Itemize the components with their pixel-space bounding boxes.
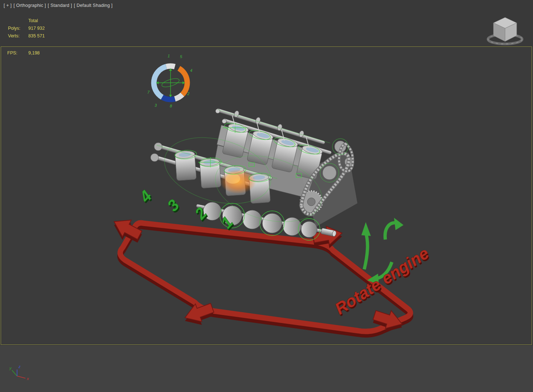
viewport-menu-pov[interactable]: [ Orthographic ] — [13, 3, 46, 8]
scene-canvas: 4 4 3 3 2 2 1 1 Rotate engine Rotate eng… — [0, 0, 533, 392]
combustion-glow-core — [226, 173, 240, 184]
wheel-number-3: 3 — [155, 103, 157, 107]
engine-model[interactable] — [151, 108, 357, 240]
green-arrow-up-head[interactable] — [361, 222, 371, 236]
wheel-segment-white-top[interactable] — [166, 66, 175, 67]
wheel-number-4: 4 — [190, 68, 192, 73]
viewport-menu-general[interactable]: [ + ] — [4, 3, 12, 8]
green-arrow-hook-shaft[interactable] — [385, 223, 396, 240]
wheel-number-5: 5 — [180, 54, 183, 59]
viewcube[interactable] — [488, 17, 522, 44]
timing-gear — [323, 166, 336, 180]
fps-label: FPS: — [7, 50, 28, 56]
world-axis-tripod: x y z — [9, 364, 29, 381]
camshaft-end-2 — [222, 119, 226, 123]
stats-verts-value: 835 571 — [28, 33, 45, 38]
axis-x-label: x — [26, 376, 29, 381]
wheel-segment-white-bottom[interactable] — [175, 95, 183, 99]
green-arrow-hook-head[interactable] — [394, 218, 403, 230]
viewport-window: [ + ][ Orthographic ][ Standard ][ Defau… — [0, 0, 533, 392]
rotate-engine-label[interactable]: Rotate engine Rotate engine — [332, 244, 433, 320]
stats-verts-label: Verts: — [8, 33, 28, 38]
statistics-overlay: Total Polys: 917 932 Verts: 835 571 — [8, 18, 45, 38]
crank-counterweight — [262, 213, 282, 233]
camshaft-end-1 — [216, 109, 220, 113]
wheel-segment-orange[interactable] — [179, 68, 187, 94]
wheel-number-2: 2 — [187, 91, 189, 96]
wheel-segment-navy[interactable] — [162, 97, 175, 99]
stats-spacer — [8, 18, 28, 23]
stats-total-header: Total — [28, 18, 45, 23]
stats-polys-value: 917 932 — [28, 26, 45, 31]
wheel-number-1: 1 — [168, 54, 170, 58]
axis-x-line — [17, 376, 25, 378]
timing-gear-hub — [307, 198, 315, 206]
fps-value: 9,198 — [28, 50, 40, 56]
cam-sprocket-2 — [151, 154, 159, 162]
crank-counterweight — [301, 221, 317, 237]
axis-y-line — [12, 370, 17, 376]
viewport-menu-style[interactable]: [ Standard ] — [48, 3, 72, 8]
stats-polys-label: Polys: — [8, 26, 28, 31]
viewport-menu-shading[interactable]: [ Default Shading ] — [74, 3, 113, 8]
rotate-engine-text[interactable]: Rotate engine — [332, 244, 432, 318]
wheel-number-8: 8 — [170, 104, 172, 108]
viewport-label: [ + ][ Orthographic ][ Standard ][ Defau… — [4, 3, 114, 8]
axis-y-label: y — [9, 366, 12, 370]
cylinder — [175, 150, 196, 181]
fps-overlay: FPS: 9,198 — [7, 50, 40, 56]
steering-wheel-gizmo[interactable]: 1 5 4 2 8 3 7 — [147, 54, 192, 108]
cam-sprocket-1 — [154, 143, 162, 151]
axis-z-label: z — [18, 364, 21, 369]
wheel-number-7: 7 — [147, 90, 150, 94]
green-arrow-up-shaft[interactable] — [364, 232, 368, 269]
